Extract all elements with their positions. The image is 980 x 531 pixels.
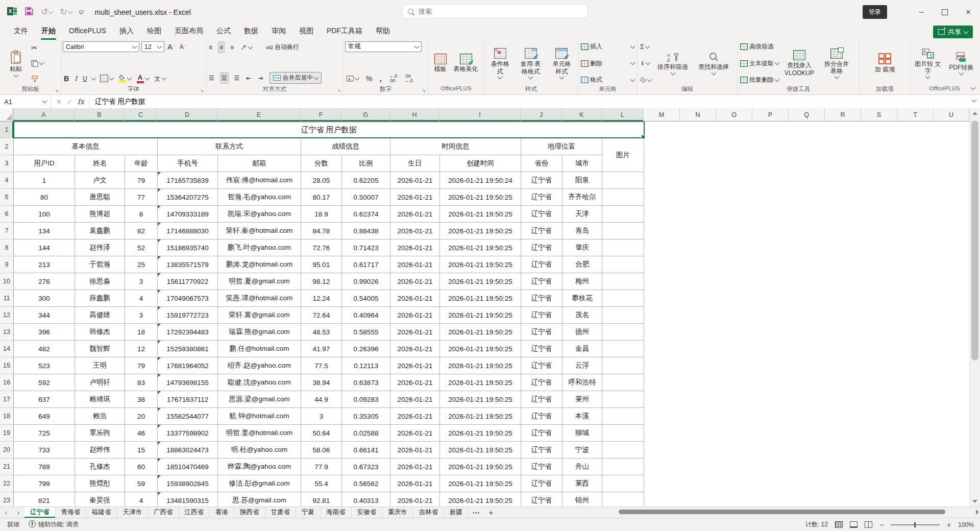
zoom-slider[interactable] bbox=[891, 524, 940, 525]
cell-r9c8[interactable]: 2026-01-21 bbox=[390, 256, 440, 273]
cell-r13c3[interactable]: 18 bbox=[125, 324, 158, 341]
cell-r20c5[interactable]: 明.杜@yahoo.com bbox=[218, 442, 301, 458]
cell-r12c5[interactable]: 荣轩.黄@gmail.com bbox=[218, 307, 301, 324]
ribbon-tab-文件[interactable]: 文件 bbox=[7, 23, 35, 40]
cell-r4c4[interactable]: 17165735839 bbox=[158, 172, 218, 189]
cell-r11c5[interactable]: 笑愚.谭@hotmail.com bbox=[218, 290, 301, 307]
cell-r10c11[interactable]: 梅州 bbox=[562, 273, 602, 290]
addins-button[interactable]: 加 载项 bbox=[872, 41, 897, 85]
cell-r20c8[interactable]: 2026-01-21 bbox=[390, 442, 440, 458]
cell-r9c2[interactable]: 于哲瀚 bbox=[75, 256, 125, 273]
row-header-8[interactable]: 8 bbox=[0, 239, 14, 256]
cell-r6c11[interactable]: 天津 bbox=[562, 206, 602, 223]
close-button[interactable]: ✕ bbox=[957, 2, 980, 22]
cell-r11c12[interactable] bbox=[602, 290, 644, 307]
cell-r4c5[interactable]: 伟宸.傅@hotmail.com bbox=[218, 172, 301, 189]
paste-button[interactable]: 粘贴 bbox=[2, 41, 30, 85]
row-header-13[interactable]: 13 bbox=[0, 324, 14, 341]
row-header-22[interactable]: 22 bbox=[0, 475, 14, 492]
cell-r4c6[interactable]: 28.05 bbox=[301, 172, 342, 189]
cell-r17c1[interactable]: 637 bbox=[14, 391, 75, 408]
align-right-button[interactable]: ☰ bbox=[233, 73, 241, 83]
cell-r22c11[interactable]: 莱西 bbox=[562, 475, 602, 492]
decrease-font-button[interactable]: Aˇ bbox=[179, 41, 188, 52]
name-box[interactable]: A1 bbox=[0, 95, 51, 108]
cell-r6c2[interactable]: 熊博超 bbox=[75, 206, 125, 223]
cell-r4c10[interactable]: 辽宁省 bbox=[521, 172, 562, 189]
cell-r23c12[interactable] bbox=[602, 492, 644, 506]
zoom-in-button[interactable]: + bbox=[947, 521, 951, 529]
cell-r23c3[interactable]: 4 bbox=[125, 492, 158, 506]
group-header-3[interactable]: 成绩信息 bbox=[301, 138, 390, 155]
format-painter-button[interactable] bbox=[30, 74, 44, 84]
cell-r9c12[interactable] bbox=[602, 256, 644, 273]
cell-r23c8[interactable]: 2026-01-21 bbox=[390, 492, 440, 506]
image-to-text-button[interactable]: 文 图片转 文字 bbox=[912, 41, 944, 85]
sheet-tab-青海省[interactable]: 青海省 bbox=[56, 507, 87, 518]
sheet-tab-福建省[interactable]: 福建省 bbox=[86, 507, 117, 518]
cell-r18c4[interactable]: 15562544077 bbox=[158, 408, 218, 425]
cell-r19c9[interactable]: 2026-01-21 19:50:25 bbox=[440, 425, 521, 442]
cell-r7c11[interactable]: 青岛 bbox=[562, 223, 602, 239]
sort-filter-button[interactable]: AZ 排序和筛选 bbox=[652, 41, 693, 85]
cell-r4c9[interactable]: 2026-01-21 19:50:24 bbox=[440, 172, 521, 189]
cell-r7c3[interactable]: 82 bbox=[125, 223, 158, 239]
cell-r22c5[interactable]: 修洁.彭@gmail.com bbox=[218, 475, 301, 492]
field-header-3[interactable]: 年龄 bbox=[125, 155, 158, 172]
cell-r5c4[interactable]: 15364207275 bbox=[158, 189, 218, 206]
cell-r23c11[interactable]: 锦州 bbox=[562, 492, 602, 506]
cell-r16c11[interactable]: 呼和浩特 bbox=[562, 374, 602, 391]
cell-r6c9[interactable]: 2026-01-21 19:50:25 bbox=[440, 206, 521, 223]
cell-r20c4[interactable]: 18863024473 bbox=[158, 442, 218, 458]
cell-r16c9[interactable]: 2026-01-21 19:50:25 bbox=[440, 374, 521, 391]
sheet-tab-吉林省[interactable]: 吉林省 bbox=[413, 507, 445, 518]
cell-r13c7[interactable]: 0.58555 bbox=[342, 324, 390, 341]
cell-r9c3[interactable]: 25 bbox=[125, 256, 158, 273]
cell-r7c5[interactable]: 荣轩.秦@hotmail.com bbox=[218, 223, 301, 239]
cell-r21c1[interactable]: 789 bbox=[14, 458, 75, 475]
cell-r7c4[interactable]: 17146888030 bbox=[158, 223, 218, 239]
cell-r6c3[interactable]: 8 bbox=[125, 206, 158, 223]
cell-r21c8[interactable]: 2026-01-21 bbox=[390, 458, 440, 475]
cell-r22c4[interactable]: 15938902845 bbox=[158, 475, 218, 492]
decrease-indent-button[interactable]: ⇤ bbox=[245, 73, 252, 83]
cell-r14c12[interactable] bbox=[602, 341, 644, 357]
ribbon-tab-审阅[interactable]: 审阅 bbox=[265, 23, 292, 40]
cell-r6c8[interactable]: 2026-01-21 bbox=[390, 206, 440, 223]
column-header-Q[interactable]: Q bbox=[789, 108, 825, 121]
row-header-23[interactable]: 23 bbox=[0, 492, 14, 506]
cell-r4c12[interactable] bbox=[602, 172, 644, 189]
cell-r19c8[interactable]: 2026-01-21 bbox=[390, 425, 440, 442]
cell-r22c6[interactable]: 55.4 bbox=[301, 475, 342, 492]
orientation-button[interactable] bbox=[239, 42, 253, 53]
cell-r8c2[interactable]: 赵伟泽 bbox=[75, 239, 125, 256]
cell-r18c5[interactable]: 航.钟@hotmail.com bbox=[218, 408, 301, 425]
sheet-tab-甘肃省[interactable]: 甘肃省 bbox=[265, 507, 297, 518]
cell-r12c8[interactable]: 2026-01-21 bbox=[390, 307, 440, 324]
cell-r23c5[interactable]: 思.苏@gmail.com bbox=[218, 492, 301, 506]
save-icon[interactable] bbox=[24, 7, 34, 18]
cell-r21c2[interactable]: 孔修杰 bbox=[75, 458, 125, 475]
cell-r4c1[interactable]: 1 bbox=[14, 172, 75, 189]
row-header-14[interactable]: 14 bbox=[0, 341, 14, 357]
scroll-right-arrow[interactable] bbox=[976, 510, 979, 515]
ribbon-tab-绘图[interactable]: 绘图 bbox=[140, 23, 168, 40]
row-header-7[interactable]: 7 bbox=[0, 223, 14, 239]
cell-r14c2[interactable]: 魏智辉 bbox=[75, 341, 125, 357]
cell-r16c5[interactable]: 聪健.沈@yahoo.com bbox=[218, 374, 301, 391]
cell-r6c12[interactable] bbox=[602, 206, 644, 223]
cell-r6c6[interactable]: 18.9 bbox=[301, 206, 342, 223]
cell-r17c8[interactable]: 2026-01-21 bbox=[390, 391, 440, 408]
cell-r18c2[interactable]: 赖浩 bbox=[75, 408, 125, 425]
confirm-entry-icon[interactable]: ✓ bbox=[67, 98, 72, 106]
cell-r8c5[interactable]: 鹏飞.叶@yahoo.com bbox=[218, 239, 301, 256]
conditional-formatting-button[interactable]: 条件格式 bbox=[486, 41, 514, 85]
cell-r15c4[interactable]: 17681964052 bbox=[158, 357, 218, 374]
cell-r10c4[interactable]: 15611770922 bbox=[158, 273, 218, 290]
cut-button[interactable]: ✂ bbox=[30, 42, 44, 53]
cell-r13c6[interactable]: 48.53 bbox=[301, 324, 342, 341]
cell-r14c1[interactable]: 482 bbox=[14, 341, 75, 357]
cell-r13c1[interactable]: 396 bbox=[14, 324, 75, 341]
column-header-H[interactable]: H bbox=[390, 108, 439, 121]
field-header-8[interactable]: 生日 bbox=[390, 155, 440, 172]
